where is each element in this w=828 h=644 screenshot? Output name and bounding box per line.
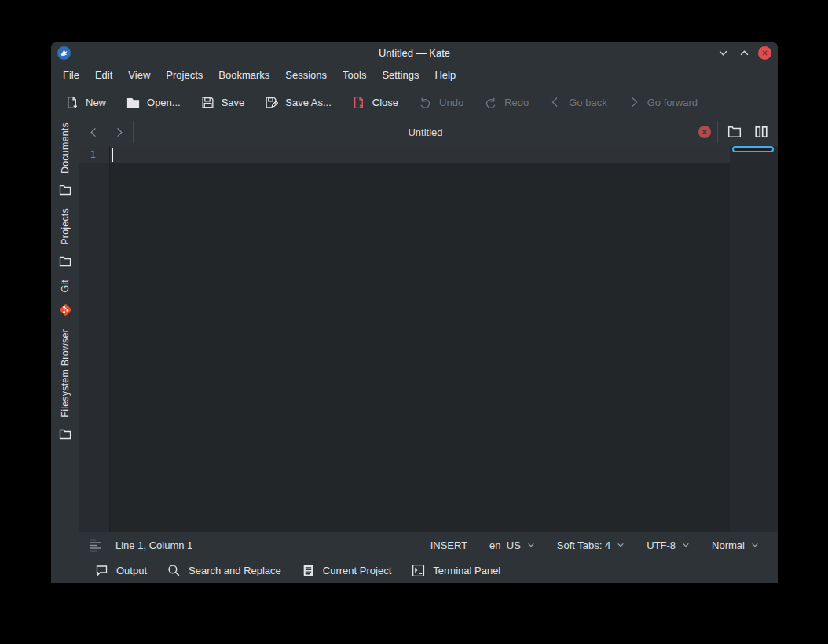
search-replace-panel-button[interactable]: Search and Replace [159, 560, 289, 581]
search-replace-panel-label: Search and Replace [189, 565, 281, 576]
new-button[interactable]: New [57, 91, 114, 114]
close-document-icon [352, 96, 365, 109]
current-project-panel-button[interactable]: Current Project [294, 560, 399, 581]
menu-projects[interactable]: Projects [159, 66, 210, 84]
git-icon [58, 302, 73, 317]
menu-help[interactable]: Help [427, 66, 463, 84]
terminal-icon [412, 564, 425, 577]
dictionary-selector[interactable]: en_US [478, 536, 546, 555]
cursor-position[interactable]: Line 1, Column 1 [115, 540, 192, 551]
open-folder-icon [126, 96, 140, 109]
save-as-button-label: Save As... [285, 97, 332, 108]
chevron-down-icon [527, 541, 535, 549]
line-wrap-icon[interactable] [87, 538, 103, 552]
menu-view[interactable]: View [121, 66, 157, 84]
kate-logo-icon [57, 46, 71, 60]
close-button[interactable] [758, 46, 771, 60]
toolbar: New Open... Save [51, 86, 778, 118]
scrollbar-view-indicator[interactable] [732, 146, 774, 152]
close-document-button[interactable]: Close [344, 91, 406, 114]
go-back-button[interactable]: Go back [541, 91, 614, 113]
undo-button[interactable]: Undo [411, 91, 471, 114]
sidebar-item-git-label: Git [60, 280, 71, 293]
current-line-highlight [110, 146, 730, 163]
tab-untitled[interactable]: Untitled [134, 118, 717, 146]
output-panel-label: Output [116, 565, 147, 576]
tabbar: Untitled [79, 118, 778, 146]
close-document-button-label: Close [372, 97, 398, 108]
tab-scroll-left-button[interactable] [82, 121, 104, 143]
encoding-label: UTF-8 [647, 540, 676, 551]
new-document-icon [65, 96, 79, 109]
go-forward-button-label: Go forward [647, 97, 698, 108]
folder-icon [59, 184, 71, 196]
split-view-icon [754, 125, 768, 139]
folder-icon [59, 255, 71, 268]
scrollbar-minimap[interactable] [730, 146, 778, 532]
line-number-gutter: 1 [79, 146, 109, 532]
chevron-left-icon [549, 96, 562, 108]
redo-icon [484, 96, 497, 109]
new-tab-button[interactable] [724, 122, 745, 142]
open-button[interactable]: Open... [119, 91, 189, 114]
bottom-panelbar: Output Search and Replace [79, 558, 778, 583]
new-button-label: New [86, 97, 106, 108]
minimize-button[interactable] [716, 46, 730, 60]
save-as-icon [265, 96, 278, 109]
menu-file[interactable]: File [56, 66, 86, 84]
menu-tools[interactable]: Tools [335, 66, 373, 84]
terminal-panel-button[interactable]: Terminal Panel [404, 560, 508, 581]
tab-close-button[interactable] [698, 126, 711, 138]
sidebar-item-git[interactable]: Git [58, 280, 73, 318]
chevron-down-icon [617, 541, 625, 549]
undo-icon [419, 96, 432, 109]
dictionary-label: en_US [489, 540, 521, 551]
tab-mode-label: Soft Tabs: 4 [557, 540, 610, 551]
editor[interactable]: 1 [79, 146, 778, 532]
chevron-right-icon [628, 96, 640, 108]
split-view-button[interactable] [751, 122, 771, 142]
tab-scroll-right-button[interactable] [108, 121, 130, 143]
sidebar-item-documents[interactable]: Documents [59, 123, 71, 196]
go-forward-button[interactable]: Go forward [620, 91, 705, 113]
undo-button-label: Undo [439, 97, 463, 108]
open-button-label: Open... [147, 97, 181, 108]
encoding-selector[interactable]: UTF-8 [636, 536, 701, 555]
chevron-down-icon [682, 541, 690, 549]
titlebar[interactable]: Untitled — Kate [51, 42, 778, 64]
kate-window: Untitled — Kate File Edit View Projects … [51, 42, 778, 583]
go-back-button-label: Go back [569, 97, 606, 108]
save-icon [201, 96, 214, 109]
sidebar-item-projects-label: Projects [60, 208, 71, 245]
tool-sidebar: Documents Projects Git [51, 118, 79, 583]
menu-edit[interactable]: Edit [88, 66, 119, 84]
menubar: File Edit View Projects Bookmarks Sessio… [51, 64, 778, 86]
highlight-mode-selector[interactable]: Normal [701, 536, 770, 555]
save-button[interactable]: Save [193, 91, 253, 114]
text-cursor [112, 148, 113, 162]
chevron-down-icon [751, 541, 759, 549]
tab-mode-selector[interactable]: Soft Tabs: 4 [546, 536, 636, 555]
text-area[interactable] [109, 146, 730, 532]
folder-icon [59, 428, 71, 441]
statusbar: Line 1, Column 1 INSERT en_US Soft Tabs:… [79, 532, 778, 558]
sidebar-item-filesystem-browser-label: Filesystem Browser [60, 329, 71, 418]
menu-bookmarks[interactable]: Bookmarks [211, 66, 277, 84]
sidebar-item-projects[interactable]: Projects [59, 208, 71, 268]
menu-sessions[interactable]: Sessions [278, 66, 334, 84]
terminal-panel-label: Terminal Panel [433, 565, 500, 576]
save-as-button[interactable]: Save As... [257, 91, 339, 114]
output-panel-button[interactable]: Output [87, 560, 155, 580]
new-document-icon [727, 125, 742, 139]
speech-bubble-icon [95, 564, 108, 576]
highlight-mode-label: Normal [712, 540, 745, 551]
input-mode-status[interactable]: INSERT [419, 536, 478, 555]
sidebar-item-filesystem-browser[interactable]: Filesystem Browser [59, 329, 71, 441]
menu-settings[interactable]: Settings [375, 66, 426, 84]
maximize-button[interactable] [737, 46, 751, 60]
input-mode-label: INSERT [430, 540, 467, 551]
current-project-panel-label: Current Project [323, 565, 391, 576]
window-title: Untitled — Kate [51, 47, 778, 59]
document-list-icon [302, 564, 315, 577]
redo-button[interactable]: Redo [476, 91, 537, 114]
